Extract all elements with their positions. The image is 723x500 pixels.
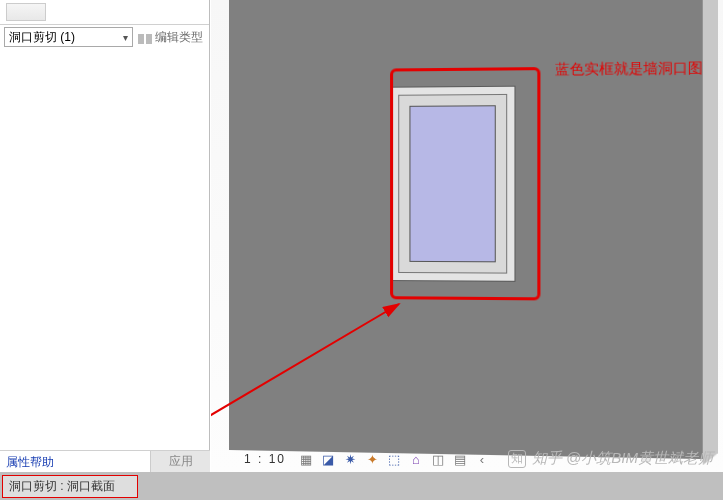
crop-region-icon[interactable]: ⌂: [408, 451, 424, 467]
hide-isolate-icon[interactable]: ◫: [430, 451, 446, 467]
type-thumbnail: [6, 3, 46, 21]
status-selection-text: 洞口剪切 : 洞口截面: [2, 475, 138, 498]
type-selector[interactable]: 洞口剪切 (1) ▾: [4, 27, 133, 47]
visual-style-icon[interactable]: ◪: [320, 451, 336, 467]
properties-panel: 洞口剪切 (1) ▾ 编辑类型 属性帮助 应用: [0, 0, 210, 472]
opening-glass: [409, 105, 495, 262]
properties-footer: 属性帮助 应用: [0, 450, 210, 472]
annotation-text: 蓝色实框就是墙洞口图元: [555, 59, 718, 79]
properties-help-link[interactable]: 属性帮助: [0, 451, 150, 472]
chevron-down-icon: ▾: [123, 32, 128, 43]
shadows-icon[interactable]: ✦: [364, 451, 380, 467]
more-icon[interactable]: ‹: [474, 451, 490, 467]
edit-type-icon: [138, 30, 152, 44]
type-selector-value: 洞口剪切 (1): [9, 29, 75, 46]
rendering-icon[interactable]: ⬚: [386, 451, 402, 467]
status-bar: 洞口剪切 : 洞口截面: [0, 472, 723, 500]
model-viewport[interactable]: 蓝色实框就是墙洞口图元: [211, 0, 723, 472]
sun-path-icon[interactable]: ✷: [342, 451, 358, 467]
view-control-bar: 1 : 10 ▦ ◪ ✷ ✦ ⬚ ⌂ ◫ ▤ ‹: [238, 448, 490, 470]
apply-button[interactable]: 应用: [150, 451, 210, 472]
edit-type-button[interactable]: 编辑类型: [136, 29, 205, 46]
wall-element: 蓝色实框就是墙洞口图元: [229, 0, 703, 459]
edit-type-label: 编辑类型: [155, 29, 203, 46]
properties-body: [0, 48, 209, 450]
wall-opening-element: [390, 86, 515, 282]
view-scale[interactable]: 1 : 10: [238, 452, 292, 466]
type-thumbnail-row: [0, 0, 209, 25]
reveal-hidden-icon[interactable]: ▤: [452, 451, 468, 467]
model-graphics-icon[interactable]: ▦: [298, 451, 314, 467]
